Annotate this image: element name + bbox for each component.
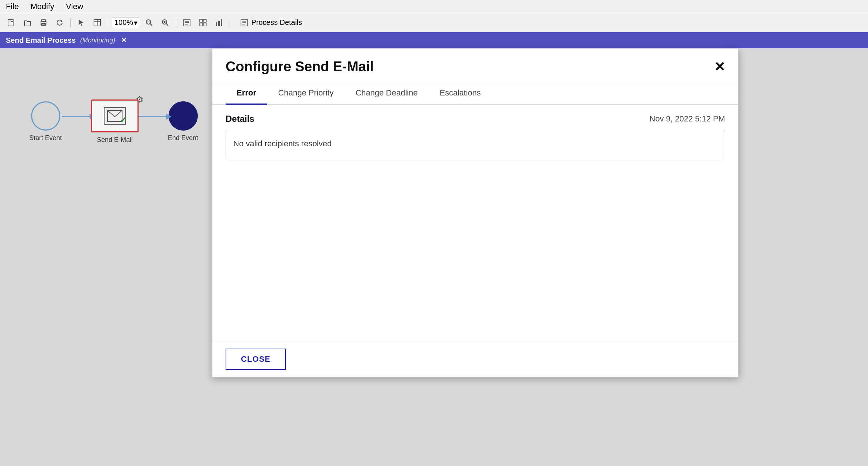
- zoom-in-button[interactable]: [158, 16, 172, 29]
- send-email-task[interactable]: ⚙ ✓ Send E-Mail: [91, 99, 139, 144]
- start-event-circle: [31, 101, 60, 131]
- check-mark-icon: ✓: [120, 115, 127, 125]
- details-timestamp: Nov 9, 2022 5:12 PM: [649, 114, 725, 124]
- start-event-label: Start Event: [29, 134, 62, 142]
- details-label: Details: [226, 114, 254, 124]
- menu-modify[interactable]: Modify: [28, 0, 56, 13]
- svg-rect-23: [200, 23, 203, 26]
- end-event[interactable]: End Event: [168, 101, 198, 142]
- process-tab-name: Send Email Process: [6, 36, 76, 45]
- modal-footer: CLOSE: [212, 341, 738, 377]
- tab-error[interactable]: Error: [226, 82, 267, 105]
- svg-rect-2: [11, 19, 13, 22]
- flow-container: Start Event ⚙ ✓ Send E-Mail: [29, 99, 198, 144]
- end-event-label: End Event: [168, 134, 198, 142]
- task-box-inner: ✓: [104, 107, 126, 125]
- separator-1: [70, 18, 71, 27]
- process-details-label: Process Details: [251, 18, 302, 27]
- svg-rect-25: [216, 22, 217, 26]
- menu-view[interactable]: View: [64, 0, 85, 13]
- details-content-box: No valid recipients resolved: [226, 130, 725, 159]
- details-header: Details Nov 9, 2022 5:12 PM: [226, 114, 725, 124]
- svg-rect-27: [221, 19, 222, 26]
- select-button[interactable]: [74, 16, 88, 29]
- svg-line-16: [166, 23, 168, 26]
- zoom-selector[interactable]: 100% ▾: [112, 17, 140, 28]
- print-button[interactable]: [37, 16, 50, 29]
- grid-button[interactable]: [196, 16, 210, 29]
- tab-escalations[interactable]: Escalations: [429, 82, 492, 105]
- tab-bar: Send Email Process (Monitoring) ✕: [0, 32, 868, 48]
- error-message: No valid recipients resolved: [233, 139, 332, 148]
- process-details-button[interactable]: Process Details: [237, 17, 306, 28]
- end-event-circle: [169, 101, 198, 131]
- modal-body: Details Nov 9, 2022 5:12 PM No valid rec…: [212, 105, 738, 341]
- menu-bar: File Modify View: [0, 0, 868, 13]
- svg-rect-26: [218, 21, 220, 26]
- tab-navigation: Error Change Priority Change Deadline Es…: [212, 82, 738, 105]
- zoom-value: 100%: [114, 18, 133, 27]
- separator-3: [176, 18, 176, 27]
- process-tab[interactable]: Send Email Process (Monitoring) ✕: [0, 32, 132, 48]
- svg-line-12: [150, 23, 152, 26]
- close-button[interactable]: CLOSE: [226, 349, 286, 370]
- refresh-button[interactable]: [53, 16, 67, 29]
- tab-close-icon[interactable]: ✕: [121, 36, 127, 44]
- modal: Configure Send E-Mail ✕ Error Change Pri…: [212, 48, 739, 377]
- separator-4: [230, 18, 230, 27]
- svg-rect-24: [203, 23, 206, 26]
- open-button[interactable]: [20, 16, 34, 29]
- modal-close-button[interactable]: ✕: [714, 60, 725, 74]
- arrow-task-to-end: [139, 116, 168, 117]
- svg-rect-21: [200, 19, 203, 22]
- zoom-dropdown-icon: ▾: [134, 18, 137, 27]
- text-button[interactable]: [180, 16, 194, 29]
- new-button[interactable]: [4, 16, 18, 29]
- svg-rect-4: [42, 20, 45, 22]
- svg-marker-6: [79, 19, 84, 26]
- task-box: ✓: [91, 99, 139, 132]
- menu-file[interactable]: File: [4, 0, 21, 13]
- monitoring-label: (Monitoring): [80, 37, 115, 44]
- modal-header: Configure Send E-Mail ✕: [212, 49, 738, 82]
- svg-rect-22: [203, 19, 206, 22]
- start-event[interactable]: Start Event: [29, 101, 62, 142]
- table-button[interactable]: [90, 16, 104, 29]
- tab-change-deadline[interactable]: Change Deadline: [344, 82, 429, 105]
- separator-2: [108, 18, 108, 27]
- arrow-start-to-task: [62, 116, 91, 117]
- chart-button[interactable]: [212, 16, 226, 29]
- send-email-label: Send E-Mail: [97, 136, 133, 144]
- tab-change-priority[interactable]: Change Priority: [267, 82, 345, 105]
- modal-title: Configure Send E-Mail: [226, 59, 374, 75]
- toolbar: 100% ▾ Process Details: [0, 13, 868, 32]
- zoom-out-button[interactable]: [142, 16, 156, 29]
